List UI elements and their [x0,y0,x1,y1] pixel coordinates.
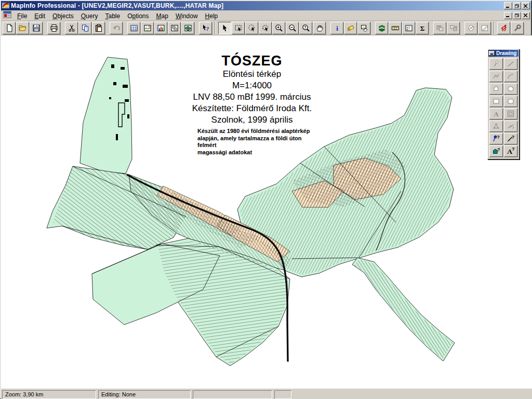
map-region-north-peninsula [80,57,132,174]
map-title: TÓSZEG [166,53,338,69]
text-style-button[interactable]: A? [504,145,517,157]
help-pointer-icon: ? [202,24,210,32]
text-tool-button: A [489,108,503,119]
symbol-tool-button [489,58,503,70]
new-browser-button[interactable] [127,22,140,34]
district-browser-button[interactable] [402,22,415,34]
new-layout-button[interactable] [168,22,181,34]
region-style-button[interactable]: ? [489,145,503,157]
symbol-style-button[interactable]: ? [489,133,503,144]
polyline-tool-button [489,71,503,82]
menu-bar: FileEditObjectsQueryTableOptionsMapWindo… [1,10,531,21]
status-panel-4 [274,390,291,399]
map-subtitle: Elöntési térkép [166,69,338,80]
cut-button[interactable] [65,22,78,34]
svg-text:?: ? [512,135,514,140]
new-layout-icon [170,24,179,32]
paste-button[interactable] [92,22,105,34]
menu-file[interactable]: File [14,11,31,21]
set-target-district-button [433,22,446,34]
ruler-button[interactable]: 1.2. [389,22,402,34]
menu-edit[interactable]: Edit [31,11,49,21]
boundary-select-button[interactable] [259,22,272,34]
paste-icon [95,24,103,32]
reshape-tool-icon [492,122,500,130]
menu-objects[interactable]: Objects [49,11,77,21]
mapbasic-window-button[interactable] [511,22,524,34]
menu-window[interactable]: Window [172,11,202,21]
map-note-line: alapján, amely tartalmazza a földi úton … [197,135,322,149]
new-mapper-button[interactable] [141,22,154,34]
zoom-in-button[interactable] [272,22,285,34]
zoom-out-button[interactable] [286,22,299,34]
reshape-tool-button [489,121,503,132]
mapbasic-window-icon [513,24,522,32]
layer-control-button[interactable] [375,22,388,34]
select-arrow-button[interactable] [218,22,231,34]
menu-query[interactable]: Query [77,11,102,21]
label-tool-button[interactable] [344,22,357,34]
new-grapher-icon [157,24,165,32]
print-button[interactable] [47,22,60,34]
marquee-select-icon [234,24,243,32]
map-lnv-line: LNV 88,50 mBf 1999. március [166,91,338,103]
menu-map[interactable]: Map [153,11,172,21]
copy-button[interactable] [78,22,91,34]
undo-icon [112,24,121,32]
radius-select-button[interactable] [245,22,258,34]
menu-options[interactable]: Options [124,11,152,21]
close-button[interactable] [522,2,530,9]
ruler-icon: 1.2. [391,24,400,32]
child-minimize-button[interactable] [504,12,512,19]
toolbar: ??i1.2.Σ2 [1,21,531,35]
map-window[interactable]: TÓSZEG Elöntési térkép M=1:4000 LNV 88,5… [1,35,532,388]
menu-table[interactable]: Table [101,11,124,21]
rounded-rect-tool-button [504,96,517,107]
new-grapher-button[interactable] [154,22,167,34]
drag-map-button[interactable] [357,22,370,34]
print-icon [50,24,58,32]
new-redistricter-icon [184,24,192,32]
cut-icon [68,24,76,32]
clip-onoff-icon [481,24,489,32]
info-tool-button[interactable]: i [330,22,343,34]
toolbar-separator [215,22,216,34]
run-mapbasic-button[interactable] [497,22,510,34]
open-table-icon [19,24,27,32]
map-title-block: TÓSZEG Elöntési térkép M=1:4000 LNV 88,5… [166,53,338,156]
palette-title: Drawing [496,50,516,56]
ellipse-tool-button [504,83,517,95]
child-restore-button[interactable] [513,12,521,19]
help-pointer-button[interactable]: ? [199,22,212,34]
pan-hand-button[interactable] [313,22,326,34]
save-table-button[interactable] [30,22,43,34]
pan-hand-icon [315,24,324,32]
new-browser-icon [130,24,138,32]
new-table-button[interactable] [3,22,16,34]
line-style-button[interactable]: ? [504,133,517,144]
restore-button[interactable] [513,2,521,9]
child-close-button[interactable] [522,12,530,19]
statistics-button[interactable]: Σ [416,22,429,34]
new-redistricter-button[interactable] [181,22,194,34]
palette-minimize-button[interactable] [489,51,495,56]
svg-text:?: ? [512,147,514,152]
drawing-palette: Drawing A???A? [487,49,520,159]
child-window-controls [504,12,530,19]
menu-help[interactable]: Help [202,11,222,21]
marquee-select-button[interactable] [232,22,245,34]
map-note-line: Készült az 1980 évi földmérési alaptérké… [197,128,322,135]
minimize-button[interactable] [504,2,512,9]
radius-select-icon [248,24,256,32]
change-view-button[interactable]: ? [299,22,312,34]
new-mapper-icon [143,24,152,32]
drawing-palette-buttons: A???A? [488,57,518,158]
svg-text:i: i [336,24,338,32]
open-table-button[interactable] [16,22,29,34]
ellipse-tool-icon [507,85,515,93]
drawing-palette-titlebar[interactable]: Drawing [488,50,518,57]
rectangle-tool-button [489,96,503,107]
polygon-tool-icon [492,85,500,93]
line-style-icon: ? [507,135,515,143]
map-window-icon[interactable] [3,11,11,20]
